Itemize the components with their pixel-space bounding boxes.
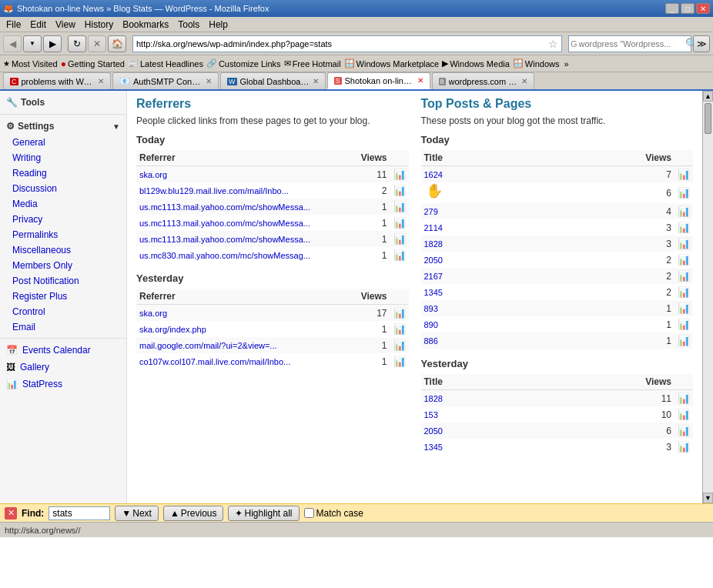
referrer-link[interactable]: ska.org xyxy=(139,170,167,179)
scroll-down-button[interactable]: ▼ xyxy=(703,493,713,503)
menu-tools[interactable]: Tools xyxy=(173,18,204,32)
findbar-close-button[interactable]: ✕ xyxy=(5,507,17,520)
post-chart-icon[interactable]: 📊 xyxy=(675,203,693,219)
referrer-chart-icon[interactable]: 📊 xyxy=(390,305,409,322)
scroll-track[interactable] xyxy=(703,135,713,493)
home-button[interactable]: 🏠 xyxy=(108,35,126,52)
post-chart-icon[interactable]: 📊 xyxy=(675,316,693,332)
findbar-match-case-checkbox[interactable] xyxy=(304,508,314,518)
referrer-chart-icon[interactable]: 📊 xyxy=(390,231,409,247)
post-chart-icon[interactable]: 📊 xyxy=(675,332,693,349)
referrer-chart-icon[interactable]: 📊 xyxy=(390,182,409,199)
post-chart-icon[interactable]: 📊 xyxy=(675,219,693,236)
forward-button[interactable]: ▶ xyxy=(43,35,62,52)
sidebar-settings-section[interactable]: ⚙ Settings ▼ xyxy=(0,118,126,135)
findbar-highlight-button[interactable]: ✦ Highlight all xyxy=(228,506,299,521)
findbar-previous-button[interactable]: ▲ Previous xyxy=(163,506,224,521)
sidebar-item-media[interactable]: Media xyxy=(0,196,126,212)
post-link[interactable]: 1345 xyxy=(424,288,443,297)
sidebar-item-general[interactable]: General xyxy=(0,135,126,150)
tab-authsmtp[interactable]: 📧 AuthSMTP Control Panel... ✕ xyxy=(112,72,219,89)
address-input[interactable] xyxy=(136,39,548,48)
back-dropdown[interactable]: ▼ xyxy=(23,35,42,52)
post-link[interactable]: 2050 xyxy=(424,256,443,265)
bookmark-getting-started[interactable]: ● Getting Started xyxy=(61,58,125,69)
sidebar-item-email[interactable]: Email xyxy=(0,319,126,335)
menu-help[interactable]: Help xyxy=(204,18,233,32)
referrer-chart-icon[interactable]: 📊 xyxy=(390,321,409,337)
post-link[interactable]: 1345 xyxy=(424,443,443,452)
tab-shotokan[interactable]: S Shotokan on-line Ne... ✕ xyxy=(327,72,430,89)
referrer-link[interactable]: co107w.col107.mail.live.com/mail/Inbo... xyxy=(139,357,290,366)
scroll-up-button[interactable]: ▲ xyxy=(703,91,713,102)
bookmark-windows[interactable]: 🪟 Windows xyxy=(513,58,560,68)
tab-authsmtp-close[interactable]: ✕ xyxy=(206,77,212,85)
post-chart-icon[interactable]: 📊 xyxy=(675,284,693,300)
post-chart-icon[interactable]: 📊 xyxy=(675,423,693,439)
referrer-link[interactable]: bl129w.blu129.mail.live.com/mail/Inbo... xyxy=(139,186,289,195)
referrers-title[interactable]: Referrers xyxy=(136,97,191,110)
scroll-thumb[interactable] xyxy=(705,103,711,134)
post-chart-icon[interactable]: 📊 xyxy=(675,390,693,407)
sidebar-item-reading[interactable]: Reading xyxy=(0,165,126,181)
post-link[interactable]: 1624 xyxy=(424,170,443,179)
referrer-link[interactable]: ska.org xyxy=(139,309,167,318)
sidebar-item-discussion[interactable]: Discussion xyxy=(0,181,126,196)
referrer-chart-icon[interactable]: 📊 xyxy=(390,353,409,369)
referrer-link[interactable]: us.mc1113.mail.yahoo.com/mc/showMessa... xyxy=(139,235,310,244)
post-link[interactable]: 886 xyxy=(424,336,438,346)
tab-wordpress-protected[interactable]: 8 wordpress.com protecte... ✕ xyxy=(432,72,534,89)
post-link[interactable]: 1828 xyxy=(424,239,443,249)
post-link[interactable]: 893 xyxy=(424,304,438,313)
post-chart-icon[interactable]: 📊 xyxy=(675,268,693,284)
post-chart-icon[interactable]: 📊 xyxy=(675,252,693,268)
referrer-link[interactable]: us.mc830.mail.yahoo.com/mc/showMessag... xyxy=(139,251,310,260)
referrer-link[interactable]: us.mc1113.mail.yahoo.com/mc/showMessa... xyxy=(139,202,310,212)
referrer-link[interactable]: ska.org/index.php xyxy=(139,325,206,334)
menu-file[interactable]: File xyxy=(2,18,25,32)
tab-shotokan-close[interactable]: ✕ xyxy=(417,76,423,85)
toolbar-extra[interactable]: ≫ xyxy=(693,35,710,52)
post-chart-icon[interactable]: 📊 xyxy=(675,182,693,203)
bookmark-customize-links[interactable]: 🔗 Customize Links xyxy=(206,58,281,68)
bookmark-windows-media[interactable]: ▶ Windows Media xyxy=(442,58,510,68)
menu-edit[interactable]: Edit xyxy=(25,18,51,32)
bookmark-windows-marketplace[interactable]: 🪟 Windows Marketplace xyxy=(344,58,440,68)
findbar-next-button[interactable]: ▼ Next xyxy=(115,506,159,521)
referrer-link[interactable]: mail.google.com/mail/?ui=2&view=... xyxy=(139,341,277,350)
post-chart-icon[interactable]: 📊 xyxy=(675,300,693,316)
post-link[interactable]: 890 xyxy=(424,320,438,329)
post-link[interactable]: 2114 xyxy=(424,223,443,232)
content-scrollbar[interactable]: ▲ ▼ xyxy=(702,91,713,503)
sidebar-item-register-plus[interactable]: Register Plus xyxy=(0,289,126,304)
search-input[interactable] xyxy=(579,39,685,48)
sidebar-item-members-only[interactable]: Members Only xyxy=(0,258,126,273)
sidebar-item-gallery[interactable]: 🖼 Gallery xyxy=(0,359,126,376)
sidebar-item-writing[interactable]: Writing xyxy=(0,150,126,165)
post-chart-icon[interactable]: 📊 xyxy=(675,166,693,183)
referrer-chart-icon[interactable]: 📊 xyxy=(390,199,409,215)
bookmark-latest-headlines[interactable]: 📰 Latest Headlines xyxy=(128,58,203,68)
post-chart-icon[interactable]: 📊 xyxy=(675,236,693,252)
tab-global-dashboard[interactable]: W Global Dashboard > Blog ... ✕ xyxy=(220,72,326,89)
bookmark-most-visited[interactable]: ★ Most Visited xyxy=(3,59,58,68)
sidebar-item-permalinks[interactable]: Permalinks xyxy=(0,227,126,242)
maximize-button[interactable]: □ xyxy=(681,3,695,14)
sidebar-item-events-calendar[interactable]: 📅 Events Calendar xyxy=(0,342,126,359)
post-chart-icon[interactable]: 📊 xyxy=(675,439,693,455)
findbar-match-case-label[interactable]: Match case xyxy=(304,508,363,519)
tab-problems-close[interactable]: ✕ xyxy=(98,77,104,85)
referrer-chart-icon[interactable]: 📊 xyxy=(390,215,409,231)
sidebar-item-crontrol[interactable]: Crontrol xyxy=(0,304,126,319)
back-button[interactable]: ◀ xyxy=(3,35,22,52)
tab-global-close[interactable]: ✕ xyxy=(313,77,319,85)
bookmarks-more[interactable]: » xyxy=(564,59,568,68)
post-link[interactable]: 279 xyxy=(424,207,438,216)
findbar-input[interactable] xyxy=(49,506,110,520)
sidebar-item-statpress[interactable]: 📊 StatPress xyxy=(0,376,126,393)
refresh-button[interactable]: ↻ xyxy=(68,35,86,52)
stop-button[interactable]: ✕ xyxy=(88,35,106,52)
post-link[interactable]: 153 xyxy=(424,410,438,419)
referrer-link[interactable]: us.mc1113.mail.yahoo.com/mc/showMessa... xyxy=(139,219,310,228)
minimize-button[interactable]: _ xyxy=(665,3,679,14)
